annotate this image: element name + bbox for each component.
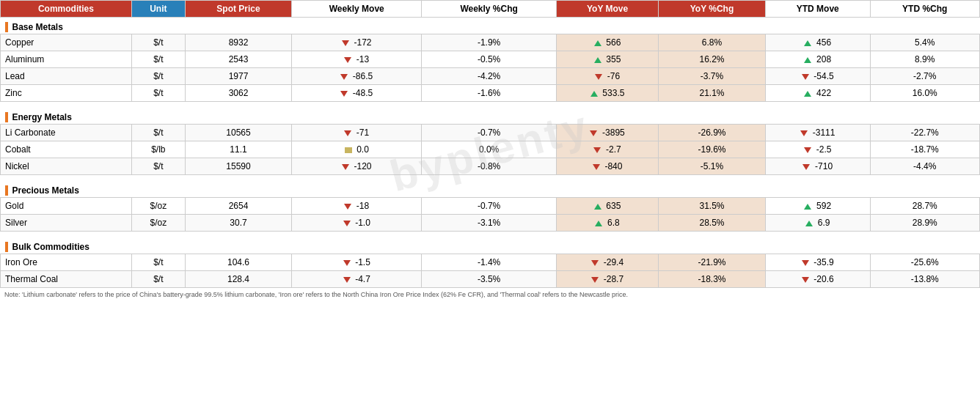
ytd-pct-cell: -2.7% xyxy=(870,68,979,85)
weekly-move-cell: -172 xyxy=(292,34,422,51)
spot-price-cell: 104.6 xyxy=(185,254,291,271)
weekly-pct-cell: -1.9% xyxy=(422,34,557,51)
commodities-table-container: byplenty Commodities Unit Spot Price Wee… xyxy=(0,0,980,301)
weekly-pct-cell: -0.7% xyxy=(422,125,557,141)
spot-price-cell: 128.4 xyxy=(185,271,291,288)
ytd-pct-cell: 28.9% xyxy=(870,215,979,232)
section-header-precious-metals: Precious Metals xyxy=(1,181,980,198)
ytd-pct-cell: -25.6% xyxy=(870,254,979,271)
weekly-move-cell: -71 xyxy=(292,125,422,141)
arrow-up-icon xyxy=(594,204,601,210)
unit-cell: $/lb xyxy=(131,141,185,158)
commodity-name: Iron Ore xyxy=(1,254,132,271)
section-header-base-metals: Base Metals xyxy=(1,18,980,34)
ytd-move-cell: -2.5 xyxy=(765,141,870,158)
header-ytd-pct: YTD %Chg xyxy=(870,1,979,18)
section-label: Energy Metals xyxy=(5,112,72,122)
header-weekly-pct: Weekly %Chg xyxy=(422,1,557,18)
yoy-move-cell: 533.5 xyxy=(557,85,659,102)
arrow-down-icon xyxy=(344,204,351,210)
weekly-move-cell: -18 xyxy=(292,198,422,215)
arrow-down-icon xyxy=(591,260,599,266)
section-header-energy-metals: Energy Metals xyxy=(1,108,980,125)
arrow-up-icon xyxy=(590,91,598,97)
header-weekly-move: Weekly Move xyxy=(292,1,422,18)
yoy-pct-cell: 31.5% xyxy=(659,198,766,215)
arrow-down-icon xyxy=(802,260,809,266)
weekly-pct-cell: -4.2% xyxy=(422,68,557,85)
arrow-up-icon xyxy=(804,204,811,210)
table-row: Copper $/t 8932 -172 -1.9% 566 6.8% 456 … xyxy=(1,34,980,51)
arrow-down-icon xyxy=(590,130,597,136)
yoy-pct-cell: 28.5% xyxy=(659,215,766,232)
unit-cell: $/oz xyxy=(131,215,185,232)
ytd-move-cell: -20.6 xyxy=(765,271,870,288)
table-row: Li Carbonate $/t 10565 -71 -0.7% -3895 -… xyxy=(1,125,980,141)
yoy-move-cell: 566 xyxy=(557,34,659,51)
unit-cell: $/t xyxy=(131,271,185,288)
unit-cell: $/t xyxy=(131,125,185,141)
ytd-pct-cell: -13.8% xyxy=(870,271,979,288)
yoy-move-cell: 635 xyxy=(557,198,659,215)
arrow-down-icon xyxy=(344,130,351,136)
footnote: Note: 'Lithium carbonate' refers to the … xyxy=(0,288,980,301)
arrow-down-icon xyxy=(593,147,601,153)
ytd-pct-cell: 28.7% xyxy=(870,198,979,215)
arrow-down-icon xyxy=(800,130,808,136)
weekly-move-cell: -4.7 xyxy=(292,271,422,288)
arrow-up-icon xyxy=(594,57,601,63)
yoy-move-cell: 6.8 xyxy=(557,215,659,232)
unit-cell: $/t xyxy=(131,85,185,102)
section-header-bulk-commodities: Bulk Commodities xyxy=(1,237,980,254)
header-unit: Unit xyxy=(131,1,185,18)
table-row: Lead $/t 1977 -86.5 -4.2% -76 -3.7% -54.… xyxy=(1,68,980,85)
weekly-move-cell: -1.5 xyxy=(292,254,422,271)
yoy-pct-cell: -18.3% xyxy=(659,271,766,288)
unit-cell: $/t xyxy=(131,254,185,271)
arrow-up-icon xyxy=(804,40,811,46)
yoy-move-cell: -76 xyxy=(557,68,659,85)
arrow-up-icon xyxy=(804,91,811,97)
arrow-down-icon xyxy=(343,221,351,226)
commodity-name: Cobalt xyxy=(1,141,132,158)
arrow-down-icon xyxy=(342,164,349,170)
arrow-up-icon xyxy=(804,57,811,63)
yoy-pct-cell: -26.9% xyxy=(659,125,766,141)
ytd-move-cell: 456 xyxy=(765,34,870,51)
table-row: Thermal Coal $/t 128.4 -4.7 -3.5% -28.7 … xyxy=(1,271,980,288)
unit-cell: $/t xyxy=(131,68,185,85)
ytd-move-cell: -710 xyxy=(765,158,870,175)
header-yoy-move: YoY Move xyxy=(557,1,659,18)
commodity-name: Silver xyxy=(1,215,132,232)
commodity-name: Aluminum xyxy=(1,51,132,68)
spot-price-cell: 2543 xyxy=(185,51,291,68)
weekly-move-cell: -86.5 xyxy=(292,68,422,85)
table-row: Gold $/oz 2654 -18 -0.7% 635 31.5% 592 2… xyxy=(1,198,980,215)
weekly-move-cell: -48.5 xyxy=(292,85,422,102)
section-label: Base Metals xyxy=(5,22,63,32)
commodity-name: Gold xyxy=(1,198,132,215)
table-row: Iron Ore $/t 104.6 -1.5 -1.4% -29.4 -21.… xyxy=(1,254,980,271)
arrow-up-icon xyxy=(594,40,601,46)
unit-cell: $/t xyxy=(131,158,185,175)
table-row: Cobalt $/lb 11.1 0.0 0.0% -2.7 -19.6% -2… xyxy=(1,141,980,158)
arrow-down-icon xyxy=(804,147,811,153)
weekly-move-cell: -120 xyxy=(292,158,422,175)
arrow-down-icon xyxy=(340,74,348,80)
ytd-move-cell: 6.9 xyxy=(765,215,870,232)
arrow-neutral-icon xyxy=(345,147,352,153)
weekly-move-cell: -1.0 xyxy=(292,215,422,232)
weekly-pct-cell: -3.5% xyxy=(422,271,557,288)
yoy-pct-cell: 6.8% xyxy=(659,34,766,51)
arrow-down-icon xyxy=(593,164,600,170)
spacer-row xyxy=(1,232,980,238)
ytd-pct-cell: 16.0% xyxy=(870,85,979,102)
spot-price-cell: 1977 xyxy=(185,68,291,85)
commodity-name: Zinc xyxy=(1,85,132,102)
weekly-pct-cell: -1.4% xyxy=(422,254,557,271)
ytd-move-cell: -3111 xyxy=(765,125,870,141)
arrow-down-icon xyxy=(595,74,602,80)
unit-cell: $/t xyxy=(131,51,185,68)
spacer-row xyxy=(1,102,980,108)
header-commodities: Commodities xyxy=(1,1,132,18)
